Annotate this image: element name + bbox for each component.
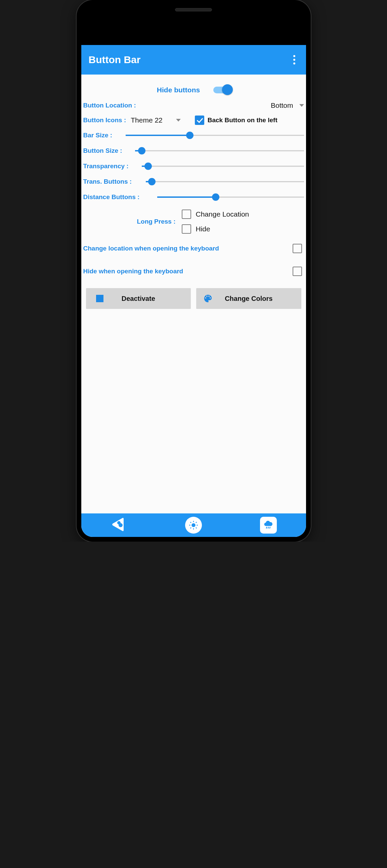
button-location-row: Button Location : Bottom: [83, 98, 304, 113]
svg-line-7: [190, 522, 191, 523]
long-press-options: Change Location Hide: [182, 210, 249, 234]
button-icons-value: Theme 22: [131, 116, 162, 124]
button-icons-dropdown[interactable]: Theme 22: [131, 116, 181, 124]
trans-buttons-slider[interactable]: [146, 178, 304, 186]
button-icons-label: Button Icons :: [83, 117, 126, 124]
change-location-keyboard-row[interactable]: Change location when opening the keyboar…: [83, 237, 304, 260]
status-bar: [81, 25, 306, 45]
button-icons-row: Button Icons : Theme 22 Back Button on t…: [83, 113, 304, 128]
svg-line-11: [266, 527, 267, 529]
stop-icon: [96, 295, 103, 302]
back-left-option[interactable]: Back Button on the left: [195, 116, 304, 125]
navigation-bar: [81, 514, 306, 537]
distance-buttons-row: Distance Buttons :: [83, 189, 304, 205]
svg-line-12: [268, 527, 268, 529]
back-left-label: Back Button on the left: [208, 117, 277, 124]
chevron-down-icon: [176, 119, 181, 122]
palette-icon: [203, 293, 213, 304]
distance-buttons-label: Distance Buttons :: [83, 193, 152, 201]
hide-option-label: Hide: [196, 225, 210, 233]
phone-frame: Button Bar Hide buttons Button Location …: [77, 0, 311, 541]
deactivate-button[interactable]: Deactivate: [86, 288, 191, 309]
hide-buttons-label: Hide buttons: [157, 86, 200, 94]
change-colors-label: Change Colors: [225, 295, 272, 303]
svg-line-10: [196, 522, 197, 523]
change-colors-button[interactable]: Change Colors: [196, 288, 301, 309]
app-title: Button Bar: [89, 54, 141, 65]
long-press-label-wrap: Long Press :: [83, 218, 176, 225]
change-location-keyboard-checkbox[interactable]: [293, 244, 302, 253]
transparency-slider[interactable]: [142, 162, 304, 170]
button-size-row: Button Size :: [83, 143, 304, 158]
bar-size-row: Bar Size :: [83, 128, 304, 143]
app-bar: Button Bar: [81, 45, 306, 74]
long-press-label: Long Press :: [137, 218, 175, 225]
phone-screen: Button Bar Hide buttons Button Location …: [81, 25, 306, 537]
long-press-hide[interactable]: Hide: [182, 224, 249, 234]
hide-keyboard-checkbox[interactable]: [293, 267, 302, 276]
distance-buttons-slider[interactable]: [157, 193, 304, 201]
trans-buttons-row: Trans. Buttons :: [83, 174, 304, 189]
button-size-slider[interactable]: [135, 147, 304, 155]
app-container: Button Bar Hide buttons Button Location …: [81, 45, 306, 537]
hide-keyboard-row[interactable]: Hide when opening the keyboard: [83, 260, 304, 283]
hide-keyboard-label: Hide when opening the keyboard: [83, 268, 183, 275]
nav-home-button[interactable]: [185, 517, 202, 533]
svg-point-2: [191, 523, 196, 527]
svg-line-8: [196, 528, 197, 528]
sun-icon: [189, 521, 198, 530]
back-left-checkbox[interactable]: [195, 116, 204, 125]
button-location-label: Button Location :: [83, 102, 136, 109]
action-buttons-row: Deactivate Change Colors: [83, 283, 304, 311]
button-location-value: Bottom: [271, 101, 293, 110]
hide-checkbox[interactable]: [182, 224, 191, 234]
change-location-keyboard-label: Change location when opening the keyboar…: [83, 245, 219, 252]
phone-speaker: [175, 8, 212, 11]
deactivate-label: Deactivate: [122, 295, 155, 303]
chevron-down-icon: [299, 104, 304, 107]
bar-size-label: Bar Size :: [83, 132, 121, 139]
switch-knob: [222, 84, 233, 95]
button-location-dropdown[interactable]: Bottom: [271, 101, 304, 110]
hide-buttons-row: Hide buttons: [83, 78, 304, 98]
button-size-label: Button Size :: [83, 147, 130, 154]
back-icon: [110, 516, 127, 533]
settings-content: Hide buttons Button Location : Bottom Bu…: [81, 74, 306, 514]
nav-back-button[interactable]: [110, 516, 127, 534]
change-location-checkbox[interactable]: [182, 210, 191, 219]
svg-point-1: [119, 523, 123, 527]
nav-recents-button[interactable]: [260, 517, 277, 533]
rain-cloud-icon: [263, 520, 273, 530]
change-location-label: Change Location: [196, 210, 249, 218]
long-press-change-location[interactable]: Change Location: [182, 210, 249, 219]
overflow-menu-button[interactable]: [290, 52, 299, 68]
trans-buttons-label: Trans. Buttons :: [83, 178, 141, 185]
long-press-row: Long Press : Change Location Hide: [83, 205, 304, 237]
svg-line-13: [270, 527, 270, 529]
transparency-row: Transparency :: [83, 158, 304, 174]
hide-buttons-switch[interactable]: [213, 87, 230, 93]
svg-line-9: [190, 528, 191, 528]
bar-size-slider[interactable]: [126, 131, 304, 140]
transparency-label: Transparency :: [83, 162, 137, 170]
